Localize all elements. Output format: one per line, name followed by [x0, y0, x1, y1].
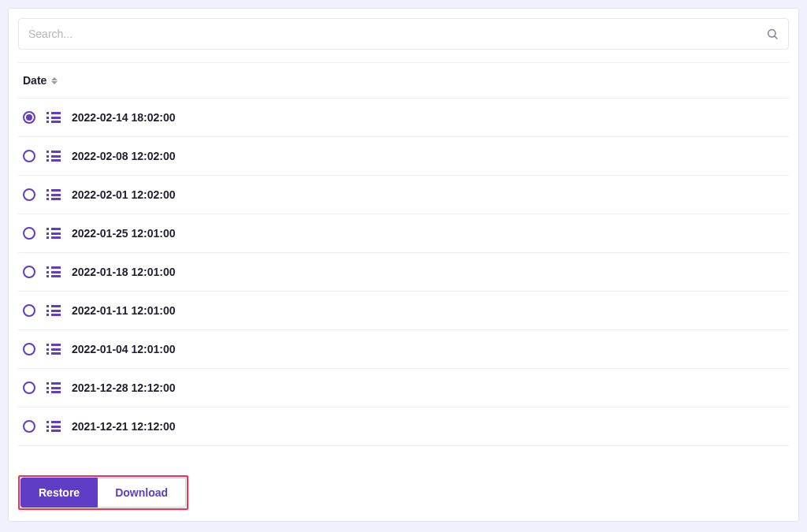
table-row[interactable]: 2022-02-08 12:02:00: [18, 137, 789, 176]
radio-button[interactable]: [23, 304, 35, 317]
column-header-label: Date: [23, 74, 46, 87]
list-icon: [46, 228, 61, 239]
list-icon: [46, 344, 61, 355]
radio-button[interactable]: [23, 420, 35, 433]
row-date-label: 2022-01-25 12:01:00: [72, 227, 176, 240]
radio-button[interactable]: [23, 381, 35, 394]
radio-button[interactable]: [23, 266, 35, 278]
download-button[interactable]: Download: [98, 478, 186, 508]
footer: Restore Download: [18, 461, 789, 510]
table-row[interactable]: 2022-01-04 12:01:00: [18, 330, 789, 369]
row-date-label: 2022-02-01 12:02:00: [72, 188, 176, 201]
list-icon: [46, 305, 61, 316]
table-row[interactable]: 2021-12-28 12:12:00: [18, 369, 789, 407]
row-date-label: 2022-01-11 12:01:00: [72, 304, 176, 317]
radio-button[interactable]: [23, 227, 35, 240]
row-date-label: 2021-12-28 12:12:00: [72, 381, 176, 394]
table-row[interactable]: 2022-02-01 12:02:00: [18, 176, 789, 214]
restore-button[interactable]: Restore: [20, 478, 98, 508]
row-date-label: 2022-01-18 12:01:00: [72, 266, 176, 278]
row-date-label: 2022-01-04 12:01:00: [72, 343, 176, 355]
sort-icon: [51, 77, 58, 84]
list-icon: [46, 189, 61, 200]
list-icon: [46, 112, 61, 123]
table-row[interactable]: 2022-01-25 12:01:00: [18, 214, 789, 253]
backup-panel: Date 2022-02-14 18:02:002022-02-08 12:02…: [8, 8, 799, 522]
list-icon: [46, 382, 61, 393]
action-button-group: Restore Download: [18, 475, 188, 510]
row-date-label: 2022-02-14 18:02:00: [72, 111, 176, 124]
radio-button[interactable]: [23, 111, 35, 124]
search-input[interactable]: [28, 28, 766, 40]
table-header: Date: [18, 63, 789, 99]
list-icon: [46, 421, 61, 432]
list-icon: [46, 266, 61, 277]
svg-line-1: [775, 36, 777, 39]
table-body[interactable]: 2022-02-14 18:02:002022-02-08 12:02:0020…: [18, 99, 789, 461]
table-row[interactable]: 2022-01-11 12:01:00: [18, 292, 789, 330]
search-bar: [18, 18, 789, 50]
table-row[interactable]: 2022-02-14 18:02:00: [18, 99, 789, 137]
radio-button[interactable]: [23, 150, 35, 162]
table-row[interactable]: 2021-12-21 12:12:00: [18, 407, 789, 446]
row-date-label: 2021-12-21 12:12:00: [72, 420, 176, 433]
radio-button[interactable]: [23, 343, 35, 355]
list-icon: [46, 151, 61, 162]
search-icon[interactable]: [766, 28, 779, 40]
table-row[interactable]: 2022-01-18 12:01:00: [18, 253, 789, 292]
row-date-label: 2022-02-08 12:02:00: [72, 150, 176, 162]
radio-button[interactable]: [23, 188, 35, 201]
column-header-date[interactable]: Date: [23, 74, 58, 87]
